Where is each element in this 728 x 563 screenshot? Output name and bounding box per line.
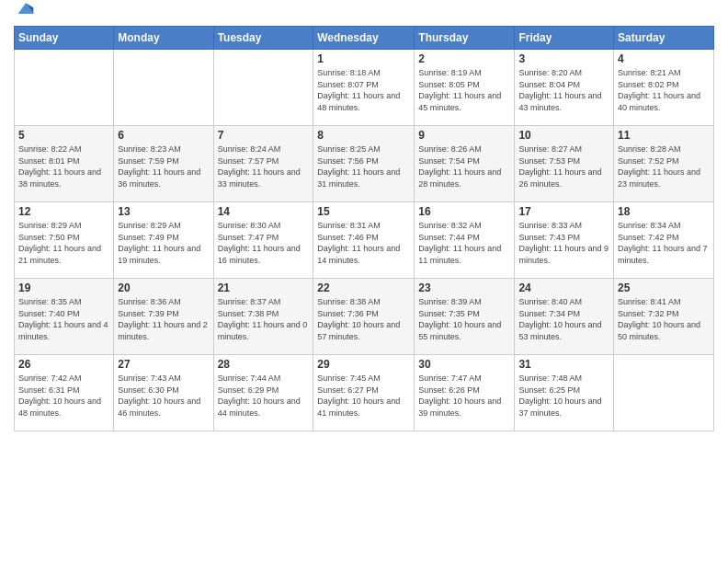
day-info: Sunrise: 8:18 AM Sunset: 8:07 PM Dayligh… (317, 68, 400, 112)
day-cell (614, 355, 714, 431)
week-row-5: 26Sunrise: 7:42 AM Sunset: 6:31 PM Dayli… (15, 355, 714, 431)
day-cell: 10Sunrise: 8:27 AM Sunset: 7:53 PM Dayli… (515, 126, 614, 202)
day-info: Sunrise: 8:33 AM Sunset: 7:43 PM Dayligh… (518, 221, 609, 265)
day-cell: 3Sunrise: 8:20 AM Sunset: 8:04 PM Daylig… (515, 50, 614, 126)
day-cell: 28Sunrise: 7:44 AM Sunset: 6:29 PM Dayli… (213, 355, 313, 431)
day-info: Sunrise: 8:31 AM Sunset: 7:46 PM Dayligh… (317, 221, 400, 265)
day-info: Sunrise: 7:45 AM Sunset: 6:27 PM Dayligh… (317, 373, 400, 418)
day-number: 13 (118, 205, 209, 218)
day-number: 18 (618, 205, 710, 218)
day-info: Sunrise: 8:40 AM Sunset: 7:34 PM Dayligh… (518, 297, 601, 341)
day-cell: 11Sunrise: 8:28 AM Sunset: 7:52 PM Dayli… (614, 126, 714, 202)
day-info: Sunrise: 8:34 AM Sunset: 7:42 PM Dayligh… (618, 221, 708, 265)
day-number: 20 (118, 282, 209, 294)
day-info: Sunrise: 8:21 AM Sunset: 8:02 PM Dayligh… (618, 68, 700, 112)
day-info: Sunrise: 8:19 AM Sunset: 8:05 PM Dayligh… (418, 68, 501, 112)
day-number: 3 (518, 52, 609, 65)
week-row-1: 1Sunrise: 8:18 AM Sunset: 8:07 PM Daylig… (15, 50, 714, 126)
day-cell: 23Sunrise: 8:39 AM Sunset: 7:35 PM Dayli… (415, 279, 515, 355)
day-number: 14 (218, 205, 310, 218)
day-info: Sunrise: 8:38 AM Sunset: 7:36 PM Dayligh… (317, 297, 400, 341)
day-cell: 19Sunrise: 8:35 AM Sunset: 7:40 PM Dayli… (15, 279, 114, 355)
day-cell: 12Sunrise: 8:29 AM Sunset: 7:50 PM Dayli… (15, 202, 114, 279)
day-number: 21 (218, 282, 310, 294)
day-number: 10 (518, 129, 609, 142)
day-info: Sunrise: 8:20 AM Sunset: 8:04 PM Dayligh… (518, 68, 601, 112)
weekday-header-saturday: Saturday (614, 27, 714, 50)
day-cell: 13Sunrise: 8:29 AM Sunset: 7:49 PM Dayli… (114, 202, 213, 279)
weekday-header-sunday: Sunday (15, 27, 114, 50)
day-cell: 8Sunrise: 8:25 AM Sunset: 7:56 PM Daylig… (313, 126, 415, 202)
day-info: Sunrise: 8:41 AM Sunset: 7:32 PM Dayligh… (618, 297, 700, 341)
day-number: 28 (218, 358, 310, 371)
day-info: Sunrise: 8:32 AM Sunset: 7:44 PM Dayligh… (418, 221, 501, 265)
weekday-header-row: SundayMondayTuesdayWednesdayThursdayFrid… (15, 27, 714, 50)
day-number: 5 (18, 129, 109, 142)
day-info: Sunrise: 8:29 AM Sunset: 7:50 PM Dayligh… (18, 221, 101, 265)
day-number: 9 (418, 129, 510, 142)
day-cell: 25Sunrise: 8:41 AM Sunset: 7:32 PM Dayli… (614, 279, 714, 355)
day-info: Sunrise: 8:25 AM Sunset: 7:56 PM Dayligh… (317, 144, 400, 189)
day-number: 7 (218, 129, 310, 142)
day-cell: 6Sunrise: 8:23 AM Sunset: 7:59 PM Daylig… (114, 126, 213, 202)
logo-icon (17, 0, 35, 18)
day-cell: 4Sunrise: 8:21 AM Sunset: 8:02 PM Daylig… (614, 50, 714, 126)
day-number: 29 (317, 358, 410, 371)
day-cell: 9Sunrise: 8:26 AM Sunset: 7:54 PM Daylig… (415, 126, 515, 202)
day-number: 1 (317, 52, 410, 65)
day-cell: 5Sunrise: 8:22 AM Sunset: 8:01 PM Daylig… (15, 126, 114, 202)
day-number: 2 (418, 52, 510, 65)
day-cell: 26Sunrise: 7:42 AM Sunset: 6:31 PM Dayli… (15, 355, 114, 431)
day-info: Sunrise: 8:28 AM Sunset: 7:52 PM Dayligh… (618, 144, 700, 189)
day-info: Sunrise: 8:27 AM Sunset: 7:53 PM Dayligh… (518, 144, 601, 189)
day-info: Sunrise: 7:43 AM Sunset: 6:30 PM Dayligh… (118, 373, 200, 418)
day-cell (15, 50, 114, 126)
day-number: 11 (618, 129, 710, 142)
day-info: Sunrise: 8:30 AM Sunset: 7:47 PM Dayligh… (218, 221, 301, 265)
week-row-2: 5Sunrise: 8:22 AM Sunset: 8:01 PM Daylig… (15, 126, 714, 202)
day-number: 24 (518, 282, 609, 294)
day-cell: 18Sunrise: 8:34 AM Sunset: 7:42 PM Dayli… (614, 202, 714, 279)
day-info: Sunrise: 8:23 AM Sunset: 7:59 PM Dayligh… (118, 144, 200, 189)
week-row-3: 12Sunrise: 8:29 AM Sunset: 7:50 PM Dayli… (15, 202, 714, 279)
day-info: Sunrise: 7:44 AM Sunset: 6:29 PM Dayligh… (218, 373, 301, 418)
day-number: 16 (418, 205, 510, 218)
day-number: 30 (418, 358, 510, 371)
weekday-header-wednesday: Wednesday (313, 27, 415, 50)
day-number: 12 (18, 205, 109, 218)
day-cell: 31Sunrise: 7:48 AM Sunset: 6:25 PM Dayli… (515, 355, 614, 431)
day-cell: 1Sunrise: 8:18 AM Sunset: 8:07 PM Daylig… (313, 50, 415, 126)
day-cell: 27Sunrise: 7:43 AM Sunset: 6:30 PM Dayli… (114, 355, 213, 431)
day-info: Sunrise: 8:36 AM Sunset: 7:39 PM Dayligh… (118, 297, 208, 341)
header (14, 9, 714, 18)
week-row-4: 19Sunrise: 8:35 AM Sunset: 7:40 PM Dayli… (15, 279, 714, 355)
weekday-header-friday: Friday (515, 27, 614, 50)
day-cell: 22Sunrise: 8:38 AM Sunset: 7:36 PM Dayli… (313, 279, 415, 355)
day-number: 22 (317, 282, 410, 294)
day-cell: 20Sunrise: 8:36 AM Sunset: 7:39 PM Dayli… (114, 279, 213, 355)
day-cell (213, 50, 313, 126)
weekday-header-monday: Monday (114, 27, 213, 50)
day-cell: 24Sunrise: 8:40 AM Sunset: 7:34 PM Dayli… (515, 279, 614, 355)
day-cell (114, 50, 213, 126)
weekday-header-thursday: Thursday (415, 27, 515, 50)
page: SundayMondayTuesdayWednesdayThursdayFrid… (0, 0, 728, 563)
day-number: 23 (418, 282, 510, 294)
day-cell: 2Sunrise: 8:19 AM Sunset: 8:05 PM Daylig… (415, 50, 515, 126)
day-number: 19 (18, 282, 109, 294)
day-number: 17 (518, 205, 609, 218)
day-info: Sunrise: 8:22 AM Sunset: 8:01 PM Dayligh… (18, 144, 101, 189)
day-info: Sunrise: 8:39 AM Sunset: 7:35 PM Dayligh… (418, 297, 501, 341)
day-info: Sunrise: 8:37 AM Sunset: 7:38 PM Dayligh… (218, 297, 308, 341)
day-number: 25 (618, 282, 710, 294)
day-info: Sunrise: 8:35 AM Sunset: 7:40 PM Dayligh… (18, 297, 108, 341)
day-number: 31 (518, 358, 609, 371)
day-info: Sunrise: 7:47 AM Sunset: 6:26 PM Dayligh… (418, 373, 501, 418)
day-cell: 16Sunrise: 8:32 AM Sunset: 7:44 PM Dayli… (415, 202, 515, 279)
day-cell: 14Sunrise: 8:30 AM Sunset: 7:47 PM Dayli… (213, 202, 313, 279)
day-number: 4 (618, 52, 710, 65)
day-number: 26 (18, 358, 109, 371)
day-cell: 29Sunrise: 7:45 AM Sunset: 6:27 PM Dayli… (313, 355, 415, 431)
day-cell: 30Sunrise: 7:47 AM Sunset: 6:26 PM Dayli… (415, 355, 515, 431)
day-number: 8 (317, 129, 410, 142)
